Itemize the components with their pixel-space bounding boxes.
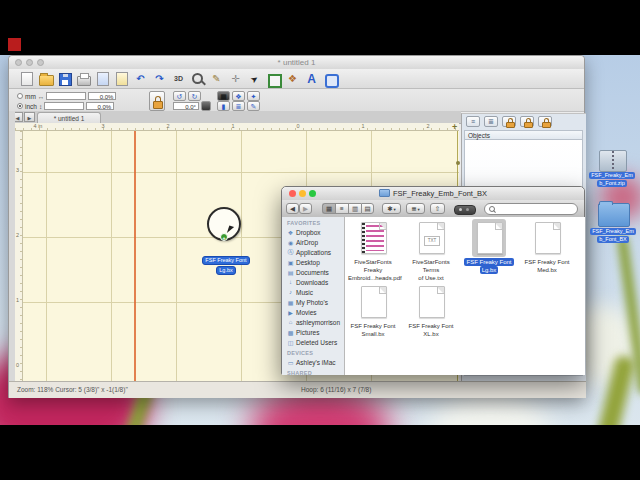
file-pdf[interactable]: FiveStarFonts FreakyEmbroid...heads.pdf bbox=[346, 219, 400, 282]
sidebar-item-home[interactable]: ⌂ashleymorrison bbox=[282, 317, 344, 327]
file-txt[interactable]: TXT FiveStarFonts Termsof Use.txt bbox=[404, 219, 458, 282]
letters-tool-icon[interactable]: A bbox=[304, 71, 319, 87]
stitch-3d-view-icon[interactable]: 3D bbox=[171, 71, 186, 87]
sidebar-item-airdrop[interactable]: ◉AirDrop bbox=[282, 237, 344, 247]
edit-points-button[interactable]: ✎ bbox=[247, 101, 260, 111]
ruler-label: 0 bbox=[296, 123, 299, 129]
finder-sidebar: FAVORITES ❖Dropbox ◉AirDrop ⒶApplication… bbox=[282, 217, 345, 375]
file-bx-lg-selected[interactable]: FSF Freaky FontLg.bx bbox=[462, 219, 516, 274]
unit-inch-radio[interactable] bbox=[17, 103, 23, 109]
coverflow-view-icon[interactable]: ▤ bbox=[361, 203, 374, 214]
sidebar-item-deleted-users[interactable]: ◫Deleted Users bbox=[282, 337, 344, 347]
print-icon[interactable] bbox=[76, 71, 91, 87]
lock-position-icon[interactable] bbox=[502, 116, 516, 127]
save-icon[interactable] bbox=[57, 71, 72, 87]
sequence-button[interactable]: ≣ bbox=[232, 101, 245, 111]
rotate-left-button[interactable]: ↺ bbox=[173, 91, 186, 101]
width-input[interactable] bbox=[46, 92, 86, 100]
file-bx-xl[interactable]: FSF Freaky FontXL.bx bbox=[404, 283, 458, 338]
finder-titlebar[interactable]: FSF_Freaky_Emb_Font_BX bbox=[282, 187, 584, 201]
import-design-icon[interactable] bbox=[95, 71, 110, 87]
height-input[interactable] bbox=[44, 102, 84, 110]
txt-file-icon: TXT bbox=[419, 222, 445, 254]
desktop-folder-icon[interactable] bbox=[598, 203, 630, 227]
close-button[interactable] bbox=[15, 59, 22, 66]
list-view-icon[interactable]: ≡ bbox=[466, 116, 480, 127]
hoop-boundary-line bbox=[134, 131, 136, 381]
lock-all-icon[interactable] bbox=[538, 116, 552, 127]
minimize-button[interactable] bbox=[299, 190, 306, 197]
italic-toggle-button[interactable] bbox=[201, 101, 211, 111]
hoop-handle-dot[interactable] bbox=[456, 161, 460, 165]
minimize-button[interactable] bbox=[26, 59, 33, 66]
close-button[interactable] bbox=[289, 190, 296, 197]
select-tool-icon[interactable]: ➤ bbox=[244, 68, 265, 90]
rotate-right-button[interactable]: ↻ bbox=[188, 91, 201, 101]
sidebar-item-dropbox[interactable]: ❖Dropbox bbox=[282, 227, 344, 237]
zoom-tool-icon[interactable] bbox=[190, 71, 205, 87]
desktop-zip-label[interactable]: FSF_Freaky_Em b_Font.zip bbox=[589, 172, 635, 188]
arrange-menu-button[interactable]: ≣▾ bbox=[406, 203, 425, 214]
center-design-icon[interactable]: ✛ bbox=[228, 71, 243, 87]
snap-grid-button[interactable]: ✦ bbox=[247, 91, 260, 101]
list-view-icon[interactable]: ≡ bbox=[335, 203, 348, 214]
icon-view-icon[interactable]: ▦ bbox=[322, 203, 335, 214]
tab-next-button[interactable]: ▶ bbox=[24, 112, 35, 122]
finder-file-area[interactable]: FiveStarFonts FreakyEmbroid...heads.pdf … bbox=[345, 217, 585, 375]
forward-button[interactable]: ▶ bbox=[299, 203, 312, 214]
redo-icon[interactable]: ↷ bbox=[152, 71, 167, 87]
ruler-label: 2 bbox=[16, 232, 19, 238]
stitch-preview-button[interactable]: ▦ bbox=[217, 91, 230, 101]
height-arrow-icon: ↕ bbox=[39, 103, 42, 110]
desktop-zip-icon[interactable] bbox=[599, 150, 627, 172]
rotation-angle-field[interactable]: 0.0° bbox=[173, 102, 199, 110]
app-titlebar[interactable]: * untitled 1 bbox=[9, 56, 584, 70]
sidebar-item-my-photos[interactable]: ▦My Photo's bbox=[282, 297, 344, 307]
sidebar-item-imac[interactable]: ▭Ashley's iMac bbox=[282, 357, 344, 367]
lock-group-icon[interactable] bbox=[520, 116, 534, 127]
hoop-corner-handle[interactable]: + bbox=[452, 122, 457, 132]
box-select-icon[interactable] bbox=[266, 71, 281, 87]
zoom-window-button[interactable] bbox=[37, 59, 44, 66]
sidebar-item-applications[interactable]: ⒶApplications bbox=[282, 247, 344, 257]
bx-file-icon bbox=[535, 222, 561, 254]
home-icon: ⌂ bbox=[287, 319, 294, 325]
sidebar-item-downloads[interactable]: ↓Downloads bbox=[282, 277, 344, 287]
desktop-folder-label[interactable]: FSF_Freaky_Em b_Font_BX bbox=[590, 228, 636, 244]
unit-mm-radio[interactable] bbox=[17, 93, 23, 99]
search-input[interactable] bbox=[484, 203, 578, 215]
align-center-button[interactable]: ❖ bbox=[232, 91, 245, 101]
document-tab[interactable]: * untitled 1 bbox=[37, 112, 101, 123]
new-document-icon[interactable] bbox=[19, 71, 34, 87]
drag-file-label-line1: FSF Freaky Font bbox=[202, 256, 249, 265]
proportion-lock-button[interactable] bbox=[149, 91, 165, 111]
zoom-window-button[interactable] bbox=[309, 190, 316, 197]
action-menu-button[interactable]: ✱▾ bbox=[382, 203, 401, 214]
width-percent[interactable]: 0.0% bbox=[88, 92, 116, 100]
ruler-label: 1 bbox=[16, 297, 19, 303]
baseline-button[interactable]: ▮ bbox=[217, 101, 230, 111]
export-image-icon[interactable] bbox=[114, 71, 129, 87]
hoop-settings-icon[interactable] bbox=[323, 71, 338, 87]
sidebar-item-documents[interactable]: ▤Documents bbox=[282, 267, 344, 277]
open-folder-icon[interactable] bbox=[38, 71, 53, 87]
file-bx-med[interactable]: FSF Freaky FontMed.bx bbox=[520, 219, 574, 274]
file-bx-small[interactable]: FSF Freaky FontSmall.bx bbox=[346, 283, 400, 338]
sidebar-item-movies[interactable]: ▶Movies bbox=[282, 307, 344, 317]
sidebar-item-music[interactable]: ♪Music bbox=[282, 287, 344, 297]
folder-icon bbox=[379, 189, 390, 197]
back-button[interactable]: ◀ bbox=[286, 203, 299, 214]
measure-tool-icon[interactable]: ✎ bbox=[209, 71, 224, 87]
ruler-label: 1 bbox=[231, 123, 234, 129]
tags-button[interactable] bbox=[454, 205, 476, 215]
detail-view-icon[interactable]: ≣ bbox=[484, 116, 498, 127]
undo-icon[interactable]: ↶ bbox=[133, 71, 148, 87]
column-view-icon[interactable]: ▥ bbox=[348, 203, 361, 214]
height-percent[interactable]: 0.0% bbox=[86, 102, 114, 110]
copy-badge-icon: + bbox=[220, 233, 228, 241]
share-button[interactable]: ⇧ bbox=[430, 203, 445, 214]
sidebar-item-desktop[interactable]: ▣Desktop bbox=[282, 257, 344, 267]
sidebar-item-pictures[interactable]: ▩Pictures bbox=[282, 327, 344, 337]
applications-icon: Ⓐ bbox=[287, 248, 294, 257]
merge-design-icon[interactable]: ❖ bbox=[285, 71, 300, 87]
